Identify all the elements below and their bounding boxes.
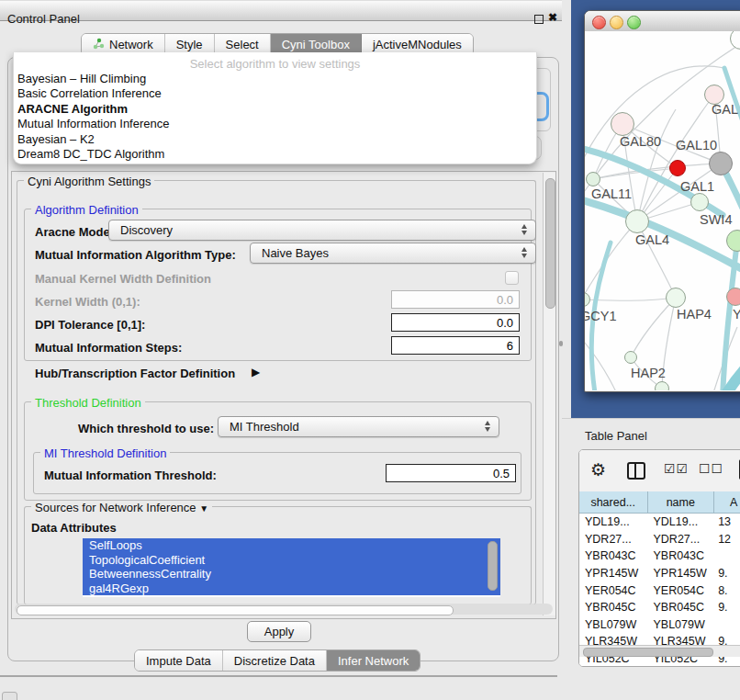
bottom-tabbar: Impute Data Discretize Data Infer Networ… (134, 649, 420, 672)
node-gal11[interactable] (586, 172, 600, 186)
list-item[interactable]: BetweennessCentrality (83, 567, 500, 581)
tab-discretize-data[interactable]: Discretize Data (223, 650, 327, 671)
deselect-all-icon[interactable]: ☐☐ (699, 461, 723, 476)
table-row[interactable]: YER054CYER054C8. (579, 581, 740, 599)
mi-steps-field[interactable] (391, 336, 520, 355)
node-label: GAL80 (620, 134, 661, 149)
dropdown-item[interactable]: Mutual Information Inference (17, 117, 533, 131)
mi-threshold-label: Mutual Information Threshold: (44, 469, 217, 482)
node-hap2[interactable] (624, 351, 637, 364)
collapse-arrow-icon[interactable]: ▼ (199, 503, 208, 514)
dropdown-item[interactable]: Dream8 DC_TDC Algorithm (17, 147, 533, 162)
mi-type-combo[interactable]: Naive Bayes (250, 243, 536, 264)
hub-expander-label[interactable]: Hub/Transcription Factor Definition (35, 367, 235, 380)
group-title: MI Threshold Definition (40, 446, 170, 460)
scrollbar-thumb[interactable] (545, 178, 555, 309)
table-row[interactable]: YBL079WYBL079W (579, 616, 740, 634)
node-label: SWI4 (700, 212, 732, 227)
scrollbar-thumb[interactable] (17, 605, 454, 615)
data-attributes-list[interactable]: SelfLoops TopologicalCoefficient Between… (83, 538, 500, 597)
float-window-icon[interactable] (534, 15, 544, 24)
expander-arrow-icon[interactable]: ▶ (252, 366, 260, 378)
divider (0, 675, 557, 677)
node-gal4[interactable] (625, 209, 649, 233)
dpi-tolerance-field[interactable] (391, 313, 520, 332)
table-header-row: shared... name A (579, 491, 740, 514)
dropdown-item[interactable]: Basic Correlation Inference (17, 86, 533, 101)
minimize-button[interactable] (610, 16, 623, 29)
manual-kernel-checkbox[interactable] (505, 271, 519, 285)
node-unlabeled[interactable] (655, 381, 669, 390)
combo-stepper-icon (485, 421, 490, 432)
node-hap4[interactable] (666, 288, 686, 308)
table-row[interactable]: YPR145WYPR145W9. (579, 565, 740, 582)
tab-impute-data[interactable]: Impute Data (135, 650, 223, 671)
settings-horizontal-scrollbar[interactable] (15, 604, 553, 615)
node-label: GAL4 (635, 232, 669, 247)
dpi-tolerance-label: DPI Tolerance [0,1]: (35, 318, 145, 332)
table-panel-title: Table Panel (585, 429, 647, 443)
column-header[interactable]: shared... (579, 491, 648, 513)
combo-stepper-icon (521, 247, 527, 258)
table-row[interactable]: YDL19...YDL19...13 (579, 514, 740, 531)
table-panel: Table Panel ⚙ ☑☑ ☐☐ shared... name A YDL… (562, 418, 740, 700)
close-icon[interactable]: ✖ (548, 11, 557, 24)
node-label: GAL11 (591, 186, 632, 201)
gear-icon[interactable]: ⚙ (590, 459, 606, 480)
network-view-window: GAL GAL80 GAL10 GAL1 GAL11 SWI4 GAL4 GCY… (584, 10, 740, 392)
node-label: HAP2 (631, 366, 666, 380)
kernel-width-field[interactable] (391, 290, 520, 309)
list-item[interactable]: TopologicalCoefficient (83, 553, 500, 568)
dropdown-item[interactable]: Bayesian – Hill Climbing (17, 72, 533, 86)
aracne-mode-combo[interactable]: Discovery (108, 220, 536, 241)
close-button[interactable] (592, 16, 606, 29)
table-row[interactable]: YDR27...YDR27...12 (579, 531, 740, 548)
tab-infer-network[interactable]: Infer Network (327, 650, 420, 671)
network-window-titlebar[interactable] (585, 11, 740, 32)
kernel-width-label: Kernel Width (0,1): (35, 295, 140, 309)
list-scrollbar-thumb[interactable] (488, 541, 498, 591)
list-item[interactable]: SelfLoops (83, 538, 500, 553)
node-gal80[interactable] (611, 112, 634, 136)
node-label: GCY1 (585, 309, 617, 323)
settings-vertical-scrollbar[interactable] (543, 173, 555, 615)
table-row[interactable]: YBR045CYBR045C9. (579, 599, 740, 616)
list-item[interactable]: gal4RGexp (83, 581, 500, 596)
columns-icon[interactable] (627, 462, 645, 480)
node-gal10[interactable] (709, 152, 733, 175)
dropdown-hint: Select algorithm to view settings (14, 57, 536, 71)
node-label: GAL10 (676, 138, 717, 152)
select-all-icon[interactable]: ☑☑ (664, 461, 689, 476)
table-panel-body: ⚙ ☑☑ ☐☐ shared... name A YDL19...YDL19..… (578, 449, 740, 667)
column-header[interactable]: name (648, 491, 715, 513)
node-table: shared... name A YDL19...YDL19...13 YDR2… (579, 491, 740, 666)
node-label: GAL1 (680, 179, 714, 194)
control-panel-title: Control Panel (7, 12, 80, 26)
panel-resize-grip[interactable] (559, 341, 563, 346)
zoom-button[interactable] (627, 16, 641, 29)
node-gal1[interactable] (690, 193, 709, 211)
which-threshold-combo[interactable]: MI Threshold (218, 416, 499, 437)
node-red-selected[interactable] (669, 160, 686, 176)
node-y-partial[interactable] (726, 288, 740, 306)
column-header[interactable]: A (714, 491, 740, 513)
table-toolbar: ⚙ ☑☑ ☐☐ (579, 450, 740, 492)
dropdown-item[interactable]: Bayesian – K2 (17, 132, 533, 147)
mi-type-label: Mutual Information Algorithm Type: (35, 248, 236, 262)
table-row[interactable]: YBR043CYBR043C (579, 548, 740, 565)
manual-kernel-label: Manual Kernel Width Definition (35, 272, 211, 286)
mi-threshold-field[interactable] (386, 464, 516, 482)
data-attributes-label: Data Attributes (31, 521, 117, 535)
group-title: Threshold Definition (31, 396, 145, 410)
scrollbar-thumb[interactable] (583, 648, 713, 657)
dropdown-item-selected[interactable]: ARACNE Algorithm (17, 102, 533, 117)
corner-button[interactable] (2, 692, 17, 700)
aracne-mode-label: Aracne Mode: (35, 225, 114, 239)
network-canvas[interactable]: GAL GAL80 GAL10 GAL1 GAL11 SWI4 GAL4 GCY… (585, 31, 740, 390)
group-title: Cyni Algorithm Settings (24, 175, 154, 188)
node-label: Y (733, 307, 740, 322)
combo-stepper-icon (521, 224, 527, 235)
group-title: Algorithm Definition (31, 203, 142, 217)
apply-button[interactable]: Apply (247, 621, 311, 642)
table-horizontal-scrollbar[interactable] (579, 645, 740, 657)
